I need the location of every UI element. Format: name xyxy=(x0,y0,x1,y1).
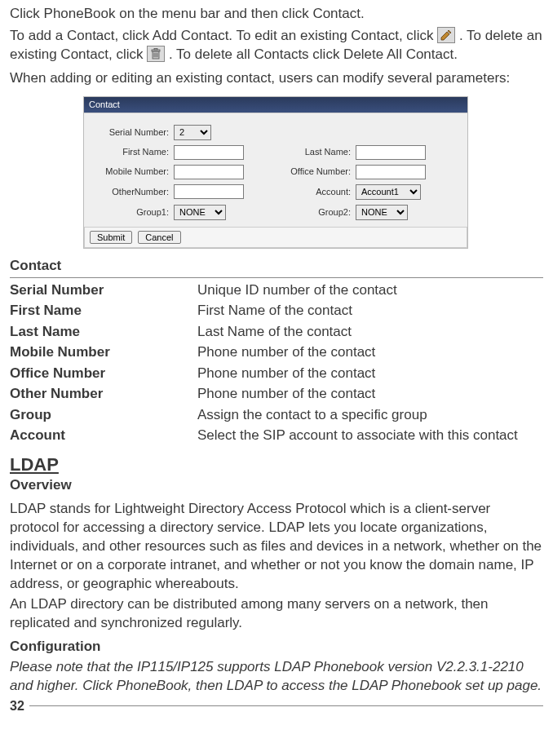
cancel-button[interactable]: Cancel xyxy=(138,231,180,244)
ldap-p2: An LDAP directory can be distributed amo… xyxy=(10,595,543,633)
config-note: Please note that the IP115/IP125 support… xyxy=(10,658,543,696)
label-mobile: Mobile Number: xyxy=(94,166,174,178)
select-account[interactable]: Account1 xyxy=(356,184,421,200)
intro-line-2: To add a Contact, click Add Contact. To … xyxy=(10,27,543,64)
def-row: Other NumberPhone number of the contact xyxy=(10,383,543,405)
input-office[interactable] xyxy=(356,165,426,179)
input-other[interactable] xyxy=(174,184,244,199)
ldap-title: LDAP xyxy=(10,453,59,477)
ldap-p1: LDAP stands for Lightweight Directory Ac… xyxy=(10,500,543,594)
label-account: Account: xyxy=(276,186,356,198)
definition-table: Serial NumberUnique ID number of the con… xyxy=(10,280,543,446)
label-group2: Group2: xyxy=(276,206,356,219)
page-footer: 32 xyxy=(10,697,543,715)
input-first-name[interactable] xyxy=(174,145,244,160)
input-mobile[interactable] xyxy=(174,165,244,179)
footer-rule xyxy=(29,705,543,706)
intro-line-3: When adding or editing an existing conta… xyxy=(10,69,543,88)
def-row: Mobile NumberPhone number of the contact xyxy=(10,342,543,363)
def-row: GroupAssign the contact to a specific gr… xyxy=(10,405,543,426)
dialog-screenshot: Contact Serial Number: 2 First Name: Las… xyxy=(83,96,543,249)
def-row: Serial NumberUnique ID number of the con… xyxy=(10,280,543,301)
svg-rect-2 xyxy=(154,48,157,50)
def-row: First NameFirst Name of the contact xyxy=(10,300,543,321)
select-group1[interactable]: NONE xyxy=(174,205,226,220)
label-first: First Name: xyxy=(94,146,174,158)
label-other: OtherNumber: xyxy=(94,186,174,198)
intro-2c: . To delete all Contacts click Delete Al… xyxy=(169,46,458,62)
intro-line-1: Click PhoneBook on the menu bar and then… xyxy=(10,5,543,24)
intro-2a: To add a Contact, click Add Contact. To … xyxy=(10,28,437,43)
config-heading: Configuration xyxy=(10,638,543,657)
edit-icon xyxy=(437,27,455,43)
submit-button[interactable]: Submit xyxy=(90,231,132,244)
label-last: Last Name: xyxy=(276,146,356,158)
select-group2[interactable]: NONE xyxy=(356,205,408,220)
label-serial: Serial Number: xyxy=(94,126,174,139)
def-row: Last NameLast Name of the contact xyxy=(10,321,543,343)
def-row: AccountSelect the SIP account to associa… xyxy=(10,425,543,446)
label-group1: Group1: xyxy=(94,206,174,219)
contact-heading: Contact xyxy=(10,257,543,278)
dialog-title: Contact xyxy=(84,97,467,113)
label-office: Office Number: xyxy=(276,166,356,178)
def-row: Office NumberPhone number of the contact xyxy=(10,363,543,384)
page-number: 32 xyxy=(10,697,29,715)
overview-heading: Overview xyxy=(10,476,543,495)
delete-icon xyxy=(147,46,165,62)
select-serial[interactable]: 2 xyxy=(174,125,211,140)
input-last-name[interactable] xyxy=(356,145,426,160)
